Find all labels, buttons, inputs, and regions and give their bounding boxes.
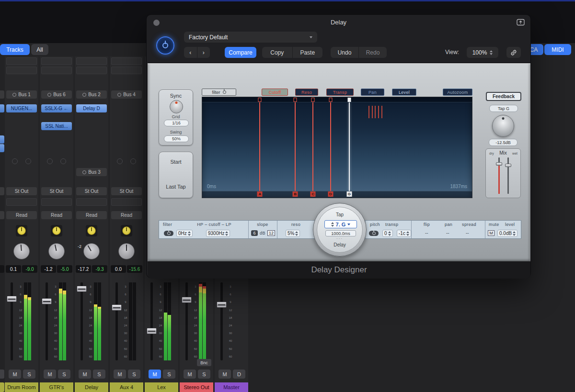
level-field[interactable]: 0.0dB xyxy=(497,230,518,237)
channel-name[interactable]: Master xyxy=(215,382,248,392)
all-tab[interactable]: All xyxy=(31,44,48,55)
feedback-level-value[interactable]: -12.5dB xyxy=(489,139,518,146)
empty-insert-slot[interactable] xyxy=(6,67,37,74)
next-preset-button[interactable]: › xyxy=(197,47,210,58)
volume-readout[interactable]: -1.2 xyxy=(41,265,56,273)
pan-knob[interactable] xyxy=(13,243,30,259)
feedback-button[interactable]: Feedback xyxy=(486,92,521,101)
empty-insert-slot[interactable] xyxy=(111,67,142,74)
pan-value[interactable]: -- xyxy=(446,230,449,235)
link-button[interactable] xyxy=(506,47,521,58)
feedback-level-knob[interactable] xyxy=(492,115,514,137)
empty-slot[interactable] xyxy=(41,198,72,206)
tap-letter-selected[interactable]: G xyxy=(346,191,352,197)
pitch-power-toggle[interactable] xyxy=(369,231,379,236)
sync-button[interactable]: Sync xyxy=(159,93,193,99)
output-slot[interactable]: St Out xyxy=(41,187,72,195)
spread-value[interactable]: -- xyxy=(466,230,469,235)
solo-button[interactable]: S xyxy=(23,370,35,379)
insert-slot[interactable]: SSL Nati... xyxy=(41,122,72,130)
fader-track[interactable] xyxy=(185,282,188,360)
send-knob-pair[interactable] xyxy=(40,158,73,164)
plugin-power-button[interactable] xyxy=(156,36,174,55)
pan-knob[interactable] xyxy=(48,243,65,259)
transp-field[interactable]: 0 xyxy=(382,230,393,237)
solo-button[interactable]: S xyxy=(163,370,175,379)
tab-cutoff[interactable]: Cutoff xyxy=(262,89,288,96)
send-level-knob[interactable] xyxy=(86,225,97,236)
automation-mode-button[interactable]: Read xyxy=(76,211,107,219)
output-slot[interactable]: St Out xyxy=(111,187,142,195)
tap-letter[interactable]: A xyxy=(257,191,263,197)
tracks-tab[interactable]: Tracks xyxy=(0,44,30,55)
automation-mode-button[interactable]: Read xyxy=(111,211,142,219)
preset-menu[interactable]: Factory Default xyxy=(184,32,317,43)
tap-value-select[interactable]: 7. G xyxy=(324,220,357,228)
mute-button[interactable]: M xyxy=(114,370,126,379)
tap-marker-selected[interactable] xyxy=(347,98,351,102)
tap-marker[interactable] xyxy=(329,98,332,102)
insert-slot[interactable]: NUGEN... xyxy=(6,104,37,112)
output-slot[interactable]: St Out xyxy=(6,187,37,195)
start-button[interactable]: Start xyxy=(159,159,193,165)
channel-name[interactable]: Delay xyxy=(75,382,108,392)
wet-slider-track[interactable] xyxy=(507,157,509,194)
empty-insert-slot[interactable] xyxy=(76,67,107,74)
tap-bar[interactable] xyxy=(330,102,331,191)
dim-button[interactable]: D xyxy=(233,370,245,379)
insert-slot[interactable]: SSLX-G ← xyxy=(41,104,72,112)
view-zoom-select[interactable]: 100% xyxy=(467,47,498,58)
tap-letter[interactable]: D xyxy=(328,191,333,197)
pan-knob[interactable] xyxy=(118,243,135,259)
channel-name[interactable]: GTR's xyxy=(40,382,73,392)
solo-button[interactable]: S xyxy=(128,370,140,379)
redo-button[interactable]: Redo xyxy=(358,47,387,58)
fader-track[interactable] xyxy=(11,282,13,360)
send-level-knob[interactable] xyxy=(121,225,132,236)
fader-handle[interactable] xyxy=(147,328,157,334)
swing-value[interactable]: 50% xyxy=(164,135,189,142)
compare-button[interactable]: Compare xyxy=(225,47,256,58)
send-slot[interactable]: Bus 3 xyxy=(76,168,107,176)
bounce-button[interactable]: Bnc xyxy=(197,359,211,366)
mute-button[interactable]: M xyxy=(44,370,56,379)
grid-value[interactable]: 1/16 xyxy=(164,120,189,126)
mute-button[interactable]: M xyxy=(79,370,91,379)
empty-slot[interactable] xyxy=(6,198,37,206)
volume-readout[interactable]: 0.1 xyxy=(6,265,21,273)
slope-lp-value[interactable]: 12 xyxy=(267,230,275,236)
mute-button[interactable]: M xyxy=(9,370,21,379)
midi-tab[interactable]: MIDI xyxy=(544,44,571,55)
tab-level[interactable]: Level xyxy=(392,89,416,96)
empty-slot[interactable] xyxy=(76,198,107,206)
tap-marker[interactable] xyxy=(258,98,262,102)
tap-bar[interactable] xyxy=(259,102,260,191)
output-slot[interactable]: St Out xyxy=(76,187,107,195)
flip-value[interactable]: -- xyxy=(425,230,428,235)
prev-preset-button[interactable]: ‹ xyxy=(184,47,197,58)
undo-button[interactable]: Undo xyxy=(331,47,358,58)
tap-time-value[interactable]: 1000.0ms xyxy=(325,230,356,236)
send-knob-pair[interactable] xyxy=(110,158,143,164)
wet-slider-handle[interactable] xyxy=(505,164,511,167)
tab-reso[interactable]: Reso xyxy=(295,89,318,96)
send-level-knob[interactable] xyxy=(51,225,62,236)
pan-knob[interactable] xyxy=(83,243,100,259)
empty-insert-slot[interactable] xyxy=(41,67,72,74)
volume-readout[interactable]: -17.2 xyxy=(76,265,91,273)
send-slot[interactable]: Bus 1 xyxy=(6,90,37,99)
fader-track[interactable] xyxy=(115,282,118,360)
solo-button[interactable]: S xyxy=(58,370,70,379)
channel-name[interactable]: Drum Room xyxy=(5,382,38,392)
last-tap-button[interactable]: Last Tap xyxy=(159,184,193,190)
tap-bar[interactable] xyxy=(295,102,296,191)
empty-insert-slot[interactable] xyxy=(76,57,107,65)
fader-handle[interactable] xyxy=(42,298,52,304)
sync-knob[interactable] xyxy=(170,100,183,113)
fader-handle[interactable] xyxy=(182,297,192,303)
fader-track[interactable] xyxy=(46,282,48,360)
tab-transp[interactable]: Transp xyxy=(326,89,354,96)
fader-handle[interactable] xyxy=(217,302,227,308)
mute-toggle[interactable]: M xyxy=(488,230,494,236)
tap-display[interactable]: A B C D G 0ms 1837ms xyxy=(202,97,472,198)
